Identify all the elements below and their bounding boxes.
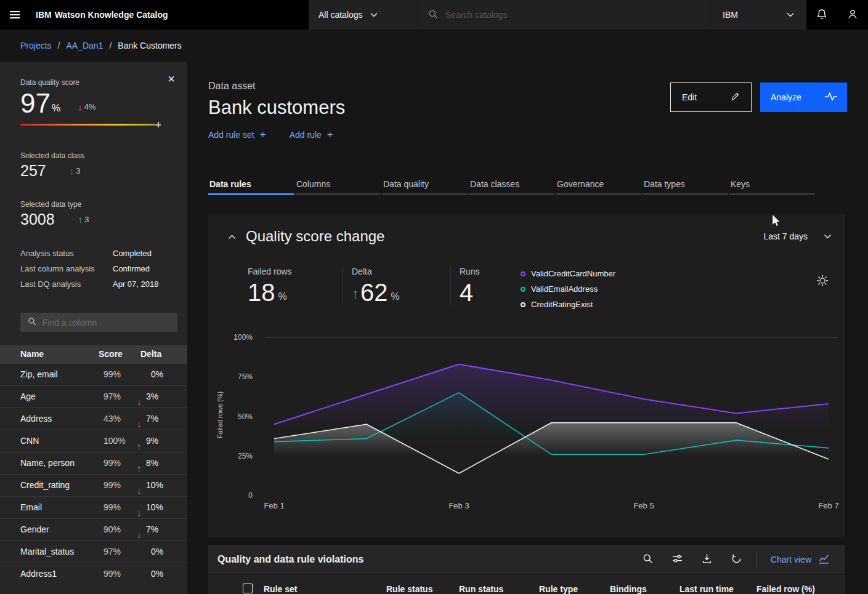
legend-ring-icon (521, 271, 525, 276)
legend-label: ValidEmailAddress (531, 284, 598, 294)
column-search-input[interactable] (43, 318, 170, 327)
table-download-button[interactable] (692, 545, 722, 574)
asset-kind-label: Data asset (208, 81, 345, 92)
column-row[interactable]: Address43%↓7% (0, 408, 187, 430)
violations-panel: Quality and data rule violations (208, 545, 845, 594)
column-row[interactable]: Address199%0% (0, 563, 187, 585)
violations-column-run-status: Run status (459, 584, 503, 594)
metric-delta: Delta↑62% (343, 267, 450, 305)
breadcrumb-item-aa-dan1[interactable]: AA_Dan1 (66, 41, 103, 50)
hamburger-menu-button[interactable] (0, 0, 30, 30)
brand-name: Watson Knowledge Catalog (55, 10, 168, 20)
breadcrumb: Projects/AA_Dan1/Bank Customers (0, 30, 868, 62)
all-catalogs-dropdown[interactable]: All catalogs (309, 0, 418, 30)
tab-data-quality[interactable]: Data quality (382, 179, 468, 195)
brand-prefix: IBM (36, 10, 52, 20)
column-score: 100% (103, 436, 126, 446)
select-all-checkbox[interactable] (243, 584, 253, 593)
analysis-label: Last column analysis (20, 261, 113, 276)
analysis-row: Last DQ analysisApr 07, 2018 (20, 276, 177, 292)
tab-data-types[interactable]: Data types (643, 179, 728, 195)
violations-column-failed-row-: Failed row (%) (756, 584, 815, 594)
chart-legend: ValidCreditCardNumberValidEmailAddressCr… (521, 266, 615, 312)
edit-button[interactable]: Edit (670, 82, 752, 112)
data-class-delta-value: 3 (76, 166, 80, 175)
y-axis-tick: 75% (238, 372, 253, 381)
tab-columns[interactable]: Columns (295, 179, 381, 195)
chart-view-button[interactable]: Chart view (762, 553, 833, 566)
user-menu-button[interactable] (837, 0, 868, 30)
chevron-down-icon (370, 12, 378, 17)
catalog-search-input[interactable] (445, 10, 700, 20)
x-axis-tick: Feb 3 (448, 501, 469, 510)
add-rule-set-label: Add rule set (208, 130, 254, 140)
violations-column-rule-status: Rule status (386, 584, 432, 594)
table-search-button[interactable] (633, 545, 663, 574)
table-reset-button[interactable] (722, 545, 752, 574)
tab-data-rules[interactable]: Data rules (208, 179, 294, 195)
metric-unit: % (391, 291, 400, 305)
quality-score-value: 97 (20, 89, 51, 118)
gauge-marker-icon (155, 122, 161, 127)
column-row[interactable]: Zip, email99%0% (0, 364, 187, 386)
column-delta: 8% (146, 458, 158, 468)
column-name: Address1 (20, 569, 57, 579)
column-row[interactable]: Name, person99%↑8% (0, 452, 187, 475)
bell-icon (816, 9, 827, 22)
app-title: IBM Watson Knowledge Catalog (30, 0, 309, 30)
metric-label: Failed rows (248, 267, 343, 276)
search-icon (643, 553, 653, 566)
quality-score-gauge (20, 124, 155, 126)
time-range-dropdown[interactable]: Last 7 days (763, 231, 832, 241)
legend-item[interactable]: ValidEmailAddress (521, 281, 615, 297)
column-header-name: Name (20, 349, 44, 359)
table-filter-button[interactable] (663, 545, 692, 574)
notifications-button[interactable] (806, 0, 837, 30)
chart-settings-button[interactable] (814, 273, 830, 289)
legend-label: CreditRatingExist (531, 300, 593, 309)
account-dropdown[interactable]: IBM (710, 0, 806, 30)
column-delta: 7% (146, 414, 158, 423)
arrow-up-icon: ↑ (78, 215, 83, 224)
y-axis-tick: 0 (248, 491, 253, 500)
time-range-label: Last 7 days (763, 231, 808, 241)
column-row[interactable]: Marital_status97%0% (0, 541, 187, 563)
column-delta: 0% (151, 547, 163, 556)
close-sidebar-button[interactable]: × (163, 70, 180, 87)
quality-score-delta-value: 4% (84, 102, 96, 111)
reset-icon (731, 553, 742, 566)
data-type-delta-value: 3 (84, 215, 89, 224)
analysis-row: Analysis statusCompleted (20, 246, 177, 261)
download-icon (702, 553, 712, 566)
violations-column-rule-type: Rule type (539, 584, 578, 594)
y-axis-tick: 50% (238, 412, 253, 421)
y-axis-tick: 25% (238, 452, 253, 460)
tab-data-classes[interactable]: Data classes (469, 179, 554, 195)
breadcrumb-item-projects[interactable]: Projects (20, 41, 52, 50)
catalog-search (418, 0, 710, 30)
column-row[interactable]: Gender90%↓7% (0, 519, 187, 541)
add-rule-set-button[interactable]: Add rule set + (208, 129, 266, 141)
analyze-button[interactable]: Analyze (760, 82, 847, 112)
legend-item[interactable]: ValidCreditCardNumber (521, 266, 615, 281)
column-row[interactable]: CNN100%↑9% (0, 430, 187, 452)
column-score: 99% (103, 569, 121, 579)
x-axis-tick: Feb 1 (264, 501, 284, 510)
column-row[interactable]: Email99%↓10% (0, 497, 187, 519)
metric-label: Runs (460, 267, 519, 276)
data-class-value-row: 257 ↓ 3 (20, 162, 177, 180)
page-title: Bank customers (208, 97, 345, 119)
quality-score-unit: % (52, 103, 60, 118)
add-rule-button[interactable]: Add rule + (290, 129, 333, 141)
violations-column-last-run-time: Last run time (679, 584, 734, 594)
collapse-card-button[interactable] (225, 230, 238, 243)
legend-item[interactable]: CreditRatingExist (521, 297, 615, 312)
column-row[interactable]: Credit_rating99%↓10% (0, 475, 187, 497)
tab-keys[interactable]: Keys (729, 179, 815, 195)
column-name: Marital_status (20, 547, 74, 556)
column-name: Address (20, 414, 52, 423)
analysis-value: Confirmed (113, 261, 150, 276)
column-row[interactable]: Age97%↓3% (0, 386, 187, 408)
tab-governance[interactable]: Governance (556, 179, 641, 195)
top-header: IBM Watson Knowledge Catalog All catalog… (0, 0, 868, 30)
